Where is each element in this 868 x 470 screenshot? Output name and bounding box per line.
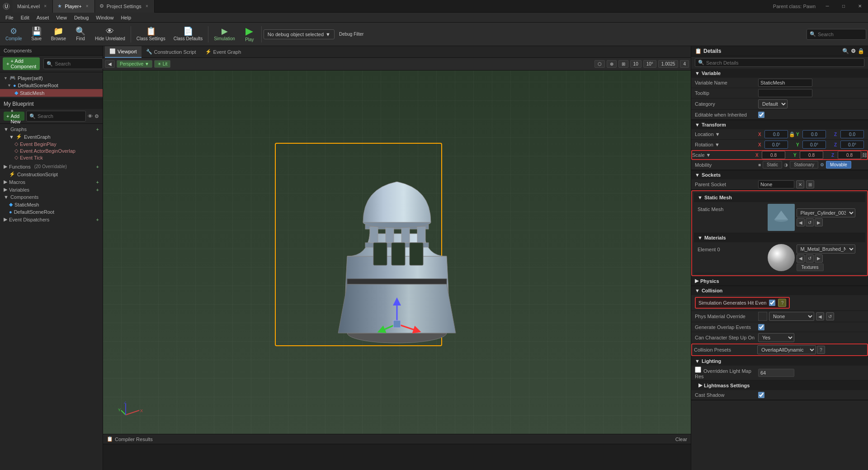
rotation-z-input[interactable] xyxy=(840,141,864,149)
tree-item-defaultsceneroot[interactable]: ▼ ● DefaultSceneRoot xyxy=(0,82,103,89)
socket-clear-button[interactable]: ✕ xyxy=(796,180,804,188)
simulation-button[interactable]: ▶ Simulation xyxy=(210,24,239,45)
save-button[interactable]: 💾 Save xyxy=(27,24,47,45)
blueprint-search-input[interactable] xyxy=(38,113,83,119)
close-mainlevel-icon[interactable]: × xyxy=(42,4,48,9)
tree-item-player[interactable]: ▼ 🎮 Player(self) xyxy=(0,74,103,82)
event-dispatchers-header[interactable]: ▶ Event Dispatchers + xyxy=(0,216,103,223)
material-select[interactable]: M_Metal_Brushed_Nickel xyxy=(797,244,855,254)
collision-presets-select[interactable]: OverlapAllDynamic xyxy=(757,345,816,354)
play-button[interactable]: ▶ Play xyxy=(240,24,259,45)
category-select[interactable]: Default xyxy=(758,99,788,108)
class-defaults-button[interactable]: 📄 Class Defaults xyxy=(170,24,206,45)
rotation-y-input[interactable] xyxy=(802,141,826,149)
socket-pick-button[interactable]: ⊞ xyxy=(806,180,814,188)
graphs-add-icon[interactable]: + xyxy=(96,127,99,132)
comp-staticmesh-item[interactable]: ◆ StaticMesh xyxy=(0,201,103,208)
close-settings-icon[interactable]: × xyxy=(144,4,150,9)
tab-project-settings[interactable]: ⚙ Project Settings × xyxy=(95,0,155,13)
components-search-input[interactable] xyxy=(55,61,100,66)
bp-settings-icon[interactable]: ⚙ xyxy=(94,113,99,119)
angle-button[interactable]: 10° xyxy=(643,60,656,68)
menu-file[interactable]: File xyxy=(2,13,17,23)
variable-section-header[interactable]: ▼ Variable xyxy=(691,69,868,78)
simulation-hit-info-button[interactable]: ? xyxy=(778,299,786,307)
mesh-refresh-button[interactable]: ↺ xyxy=(806,218,814,226)
add-component-button[interactable]: + + Add Component xyxy=(3,57,40,70)
compile-button[interactable]: ⚙ Compile xyxy=(2,24,26,45)
viewport-icon-btn-1[interactable]: ⬡ xyxy=(594,60,605,68)
physics-section-header[interactable]: ▶ Physics xyxy=(691,276,868,286)
lightmap-override-checkbox[interactable] xyxy=(695,367,701,373)
lighting-section-header[interactable]: ▼ Lighting xyxy=(691,357,868,366)
collision-section-header[interactable]: ▼ Collision xyxy=(691,286,868,295)
location-y-input[interactable] xyxy=(802,130,826,138)
rotation-x-input[interactable] xyxy=(764,141,788,149)
scale-chain-icon[interactable]: ⛓ xyxy=(862,152,868,158)
details-search-input[interactable] xyxy=(706,60,861,66)
event-dispatchers-add-icon[interactable]: + xyxy=(96,217,99,222)
bp-filter-icon[interactable]: 👁 xyxy=(88,113,93,119)
can-step-select[interactable]: Yes xyxy=(758,333,794,342)
tree-item-staticmesh[interactable]: ◆ StaticMesh xyxy=(0,89,103,97)
menu-window[interactable]: Window xyxy=(92,13,117,23)
variable-name-input[interactable] xyxy=(758,79,812,87)
location-z-input[interactable] xyxy=(840,130,864,138)
zoom-button[interactable]: 4 xyxy=(680,60,689,68)
hide-unrelated-button[interactable]: 👁 Hide Unrelated xyxy=(91,24,129,45)
menu-asset[interactable]: Asset xyxy=(33,13,53,23)
generate-overlap-checkbox[interactable] xyxy=(758,324,764,330)
location-label[interactable]: Location ▼ xyxy=(695,132,758,137)
materials-section-header[interactable]: ▼ Materials xyxy=(694,233,865,242)
mesh-prev-button[interactable]: ◀ xyxy=(797,218,805,226)
class-settings-button[interactable]: 📋 Class Settings xyxy=(133,24,169,45)
maximize-button[interactable]: □ xyxy=(835,0,852,13)
static-mobility-button[interactable]: Static xyxy=(763,161,782,169)
debug-filter-button[interactable]: Debug Filter xyxy=(335,24,367,45)
tab-player[interactable]: ★ Player+ × xyxy=(53,0,95,13)
event-actoroverlap-item[interactable]: ◇ Event ActorBeginOverlap xyxy=(0,147,103,154)
cast-shadow-checkbox[interactable] xyxy=(758,392,764,398)
event-tick-item[interactable]: ◇ Event Tick xyxy=(0,154,103,161)
mesh-select[interactable]: Player_Cylinder_003 xyxy=(797,208,855,217)
static-mesh-section-header[interactable]: ▼ Static Mesh xyxy=(694,193,865,202)
tab-viewport[interactable]: ⬜ Viewport xyxy=(105,46,142,58)
components-sub-header[interactable]: ▼ Components xyxy=(0,193,103,201)
viewport-canvas[interactable]: X Y Z xyxy=(103,70,691,434)
event-graph-item[interactable]: ▼ ⚡ EventGraph xyxy=(0,133,103,141)
scale-button[interactable]: 1.0025 xyxy=(658,60,679,68)
stationary-mobility-button[interactable]: Stationary xyxy=(790,161,818,169)
material-refresh-button[interactable]: ↺ xyxy=(806,254,814,263)
perspective-button[interactable]: Perspective ▼ xyxy=(117,60,152,68)
transform-section-header[interactable]: ▼ Transform xyxy=(691,120,868,129)
menu-help[interactable]: Help xyxy=(117,13,135,23)
phys-material-select[interactable]: None xyxy=(769,312,814,321)
menu-edit[interactable]: Edit xyxy=(17,13,33,23)
phys-material-refresh-button[interactable]: ↺ xyxy=(826,312,834,320)
simulation-hit-checkbox[interactable] xyxy=(769,300,775,306)
lightmass-settings-header[interactable]: ▶ Lightmass Settings xyxy=(691,381,868,390)
variables-section-header[interactable]: ▶ Variables + xyxy=(0,186,103,193)
collision-presets-info-button[interactable]: ? xyxy=(817,346,825,354)
add-new-button[interactable]: + + Add New xyxy=(4,112,24,121)
close-window-button[interactable]: ✕ xyxy=(852,0,868,13)
tab-construction-script[interactable]: 🔧 Construction Script xyxy=(142,46,201,58)
variables-add-icon[interactable]: + xyxy=(96,187,99,193)
parent-socket-input[interactable] xyxy=(758,180,794,188)
viewport-icon-btn-2[interactable]: ⊕ xyxy=(607,60,617,68)
graphs-header[interactable]: ▼ Graphs + xyxy=(0,126,103,133)
details-settings-icon[interactable]: ⚙ xyxy=(851,48,856,54)
functions-add-icon[interactable]: + xyxy=(96,164,99,169)
mesh-next-button[interactable]: ▶ xyxy=(815,218,823,226)
scale-y-input[interactable] xyxy=(800,151,823,159)
comp-defaultsceneroot-item[interactable]: ● DefaultSceneRoot xyxy=(0,208,103,216)
tab-mainlevel[interactable]: MainLevel × xyxy=(13,0,53,13)
find-button[interactable]: 🔍 Find xyxy=(71,24,90,45)
material-prev-button[interactable]: ◀ xyxy=(797,254,805,263)
grid-size-button[interactable]: 10 xyxy=(630,60,642,68)
construction-script-item[interactable]: ⚡ ConstructionScript xyxy=(0,170,103,178)
functions-section-header[interactable]: ▶ Functions (20 Overridable) + xyxy=(0,163,103,170)
textures-button[interactable]: Textures xyxy=(797,263,824,271)
tooltip-input[interactable] xyxy=(758,89,812,97)
macros-add-icon[interactable]: + xyxy=(96,179,99,185)
